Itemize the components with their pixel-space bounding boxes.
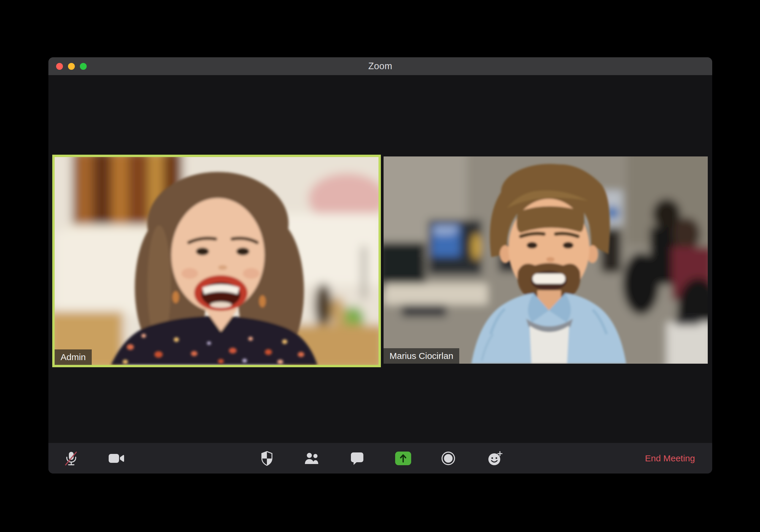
chat-bubble-icon <box>350 452 364 465</box>
close-window-button[interactable] <box>56 63 63 70</box>
reactions-button[interactable] <box>488 451 503 466</box>
marius-video-feed <box>384 157 708 364</box>
fullscreen-window-button[interactable] <box>80 63 87 70</box>
traffic-light-buttons <box>56 57 87 75</box>
desktop-background: Zoom <box>0 0 760 532</box>
shield-icon <box>260 451 274 466</box>
chat-button[interactable] <box>350 452 364 465</box>
meeting-toolbar: End Meeting <box>48 443 712 473</box>
participants-icon <box>304 452 320 464</box>
mute-button[interactable] <box>64 450 78 466</box>
participants-button[interactable] <box>304 452 320 464</box>
microphone-muted-icon <box>64 450 78 466</box>
video-camera-icon <box>109 454 124 463</box>
end-meeting-button[interactable]: End Meeting <box>643 453 697 464</box>
window-title: Zoom <box>368 61 392 72</box>
participant-name-label: Admin <box>55 349 92 365</box>
record-button[interactable] <box>441 451 455 465</box>
admin-video-feed <box>55 157 379 365</box>
zoom-meeting-window: Zoom <box>48 57 712 473</box>
share-screen-up-arrow-icon <box>395 451 411 465</box>
security-button[interactable] <box>260 451 274 466</box>
share-screen-button[interactable] <box>395 451 411 465</box>
titlebar[interactable]: Zoom <box>48 57 712 75</box>
participant-name-label: Marius Ciocirlan <box>384 348 459 364</box>
video-button[interactable] <box>109 454 124 463</box>
video-tile-admin[interactable]: Admin <box>52 155 381 367</box>
smiley-plus-icon <box>488 451 503 466</box>
video-tile-marius[interactable]: Marius Ciocirlan <box>384 157 708 364</box>
minimize-window-button[interactable] <box>68 63 75 70</box>
record-circle-icon <box>441 451 455 465</box>
